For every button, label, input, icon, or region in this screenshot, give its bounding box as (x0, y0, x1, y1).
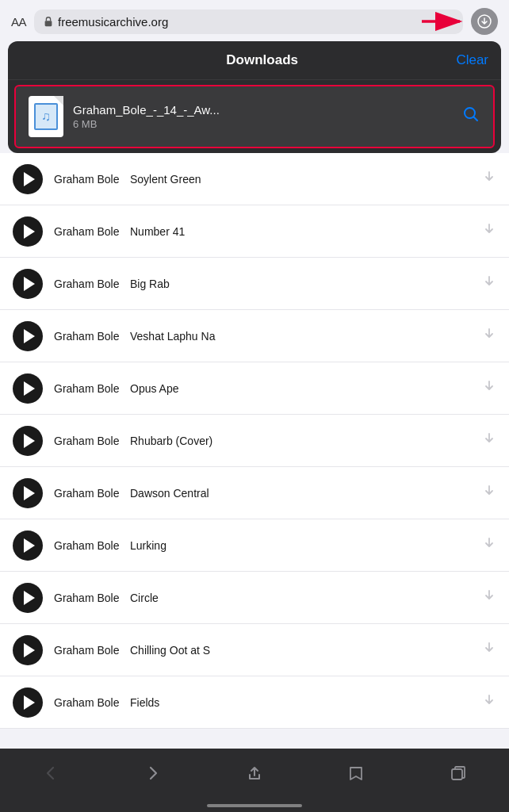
play-triangle (24, 538, 35, 553)
play-button[interactable] (13, 478, 43, 508)
play-triangle (24, 381, 35, 396)
download-arrow-icon[interactable] (482, 641, 496, 659)
svg-rect-0 (45, 21, 52, 26)
address-bar[interactable]: freemusicarchive.org (34, 10, 463, 34)
track-title: Veshat Laphu Na (130, 330, 476, 343)
music-row: Graham Bole Number 41 (0, 205, 509, 258)
tabs-icon (450, 764, 467, 782)
share-icon (246, 764, 263, 782)
artist-name: Graham Bole (43, 435, 130, 447)
url-bar: AA freemusicarchive.org (0, 0, 509, 41)
track-title: Fields (130, 696, 476, 709)
svg-rect-5 (452, 769, 462, 779)
bookmarks-icon (347, 764, 365, 782)
track-title: Opus Ape (130, 382, 476, 395)
download-info: Graham_Bole_-_14_-_Aw... 6 MB (73, 103, 452, 130)
artist-name: Graham Bole (43, 225, 130, 238)
artist-name: Graham Bole (43, 539, 130, 552)
downloads-title: Downloads (68, 52, 456, 68)
download-arrow-icon[interactable] (482, 379, 496, 397)
play-triangle (24, 591, 35, 605)
track-title: Number 41 (130, 225, 476, 238)
bottom-toolbar (0, 749, 509, 812)
play-triangle (24, 172, 35, 186)
forward-button[interactable] (136, 756, 170, 791)
lock-icon (44, 16, 53, 27)
download-arrow-icon[interactable] (482, 431, 496, 450)
music-row: Graham Bole Soylent Green (0, 153, 509, 205)
download-item[interactable]: ♫ Graham_Bole_-_14_-_Aw... 6 MB (14, 85, 495, 148)
track-title: Dawson Central (130, 487, 476, 500)
music-row: Graham Bole Lurking (0, 519, 509, 572)
bookmarks-button[interactable] (339, 756, 373, 791)
download-arrow-icon[interactable] (482, 274, 496, 293)
file-icon: ♫ (29, 96, 63, 137)
play-button[interactable] (13, 426, 43, 456)
play-button[interactable] (13, 164, 43, 194)
scroll-area: Downloads Clear ♫ Graham_Bole_-_14_-_Aw.… (0, 41, 509, 792)
artist-name: Graham Bole (43, 330, 130, 343)
play-button[interactable] (13, 216, 43, 247)
search-icon[interactable] (461, 105, 480, 128)
music-row: Graham Bole Dawson Central (0, 467, 509, 519)
play-button[interactable] (13, 269, 43, 299)
waveform-icon: ♫ (41, 109, 51, 124)
track-title: Soylent Green (130, 173, 476, 186)
artist-name: Graham Bole (43, 487, 130, 500)
share-button[interactable] (237, 756, 272, 791)
play-button[interactable] (13, 373, 43, 404)
aa-text[interactable]: AA (11, 15, 26, 29)
play-triangle (24, 329, 35, 343)
play-triangle (24, 643, 35, 657)
file-icon-inner: ♫ (34, 103, 58, 130)
artist-name: Graham Bole (43, 592, 130, 604)
download-arrow-icon[interactable] (482, 222, 496, 240)
track-title: Lurking (130, 539, 476, 552)
artist-name: Graham Bole (43, 278, 130, 290)
download-arrow-icon[interactable] (482, 536, 496, 554)
track-title: Chilling Oot at S (130, 644, 476, 657)
downloads-header: Downloads Clear (8, 41, 501, 80)
music-list: Graham Bole Soylent Green Graham Bole Nu… (0, 153, 509, 729)
play-button[interactable] (13, 321, 43, 351)
download-button[interactable] (471, 8, 498, 35)
forward-icon (144, 764, 162, 782)
music-row: Graham Bole Big Rab (0, 258, 509, 310)
home-indicator (207, 804, 302, 807)
download-arrow-icon[interactable] (482, 693, 496, 711)
play-triangle (24, 434, 35, 448)
tabs-button[interactable] (441, 756, 476, 791)
artist-name: Graham Bole (43, 173, 130, 186)
music-row: Graham Bole Circle (0, 572, 509, 624)
play-button[interactable] (13, 635, 43, 665)
track-title: Circle (130, 592, 476, 604)
track-title: Big Rab (130, 278, 476, 290)
back-icon (42, 764, 59, 782)
play-triangle (24, 695, 35, 710)
artist-name: Graham Bole (43, 696, 130, 709)
download-arrow-icon[interactable] (482, 484, 496, 502)
download-icon (477, 14, 492, 29)
music-row: Graham Bole Fields (0, 676, 509, 729)
play-button[interactable] (13, 583, 43, 613)
red-arrow-icon (420, 8, 468, 35)
play-button[interactable] (13, 688, 43, 718)
play-triangle (24, 224, 35, 239)
music-row: Graham Bole Opus Ape (0, 362, 509, 415)
play-triangle (24, 486, 35, 500)
download-arrow-icon[interactable] (482, 170, 496, 188)
play-button[interactable] (13, 530, 43, 561)
track-title: Rhubarb (Cover) (130, 435, 476, 447)
music-row: Graham Bole Rhubarb (Cover) (0, 415, 509, 467)
play-triangle (24, 277, 35, 291)
back-button[interactable] (33, 756, 68, 791)
music-row: Graham Bole Veshat Laphu Na (0, 310, 509, 362)
artist-name: Graham Bole (43, 382, 130, 395)
downloads-panel: Downloads Clear ♫ Graham_Bole_-_14_-_Aw.… (8, 41, 501, 153)
url-text: freemusicarchive.org (58, 15, 168, 29)
download-arrow-icon[interactable] (482, 327, 496, 345)
artist-name: Graham Bole (43, 644, 130, 657)
download-size: 6 MB (73, 118, 452, 130)
download-arrow-icon[interactable] (482, 588, 496, 607)
clear-button[interactable]: Clear (456, 52, 488, 68)
